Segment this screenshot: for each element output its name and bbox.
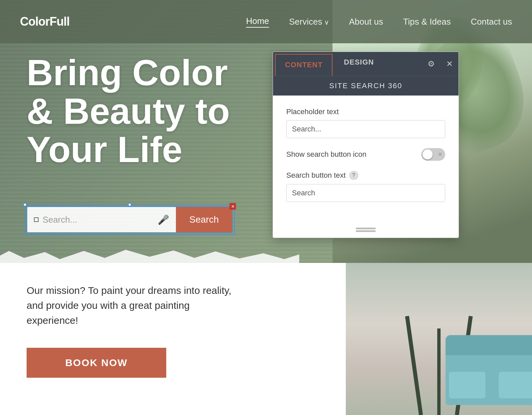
close-icon: ✕ <box>446 59 453 69</box>
main-nav: Home Services About us Tips & Ideas Cont… <box>246 16 512 28</box>
tab-content[interactable]: CONTENT <box>275 54 332 76</box>
search-bar: Search... 🎤 Search <box>27 206 233 233</box>
nav-item-about[interactable]: About us <box>349 17 383 27</box>
search-placeholder: Search... <box>43 215 154 225</box>
search-button[interactable]: Search <box>176 207 232 232</box>
panel-title: SITE SEARCH 360 <box>273 76 459 96</box>
gear-icon: ⚙ <box>428 59 435 69</box>
settings-gear-button[interactable]: ⚙ <box>422 52 440 76</box>
placeholder-label: Placeholder text <box>286 107 445 116</box>
button-text-field-section: Search button text ? <box>286 171 445 202</box>
drag-handle-decoration <box>356 227 376 233</box>
microphone-icon[interactable]: 🎤 <box>158 214 169 225</box>
easel-leg-3 <box>437 328 441 415</box>
tab-design[interactable]: DESIGN <box>334 52 383 76</box>
toggle-knob <box>423 149 433 159</box>
show-icon-row: Show search button icon ✕ <box>286 148 445 161</box>
lower-section: Our mission? To paint your dreams into r… <box>0 263 356 415</box>
placeholder-field-section: Placeholder text <box>286 107 445 138</box>
button-text-label: Search button text <box>286 171 346 180</box>
hero-title-line3: Your Life <box>27 129 183 170</box>
panel-body: Placeholder text Show search button icon… <box>273 96 459 222</box>
help-icon[interactable]: ? <box>349 171 358 180</box>
mission-text: Our mission? To paint your dreams into r… <box>27 283 239 328</box>
panel-tab-bar: CONTENT DESIGN ⚙ ✕ <box>273 52 459 76</box>
nav-item-services[interactable]: Services <box>289 17 329 27</box>
hero-title: Bring Color & Beauty to Your Life <box>27 53 259 169</box>
panel-footer <box>273 222 459 238</box>
nav-item-home[interactable]: Home <box>246 16 269 28</box>
book-now-button[interactable]: BOOK NOW <box>27 348 166 378</box>
search-checkbox[interactable] <box>34 217 39 222</box>
tab-spacer <box>383 52 422 76</box>
placeholder-input[interactable] <box>286 120 445 138</box>
hero-title-line1: Bring Color <box>27 52 228 93</box>
button-text-input[interactable] <box>286 184 445 202</box>
easel-leg-1 <box>405 316 423 415</box>
search-bar-close-button[interactable]: ✕ <box>229 203 236 210</box>
show-icon-toggle[interactable]: ✕ <box>421 148 445 161</box>
sofa-cushion-left <box>449 372 485 398</box>
hero-content: Bring Color & Beauty to Your Life <box>27 53 259 169</box>
sofa-decoration <box>446 345 532 405</box>
toggle-x-icon: ✕ <box>438 151 443 158</box>
lower-right-room-image <box>346 263 532 415</box>
search-bar-container: ✕ Search... 🎤 Search <box>27 206 233 233</box>
sofa-cushion-right <box>499 372 532 398</box>
sofa-back <box>446 335 532 355</box>
hero-title-line2: & Beauty to <box>27 91 230 131</box>
nav-item-tips[interactable]: Tips & Ideas <box>403 17 451 27</box>
site-header: ColorFull Home Services About us Tips & … <box>0 0 532 43</box>
nav-item-contact[interactable]: Contact us <box>471 17 512 27</box>
search-input-area[interactable]: Search... 🎤 <box>27 207 176 232</box>
panel-close-button[interactable]: ✕ <box>440 52 459 76</box>
show-icon-label: Show search button icon <box>286 150 366 159</box>
settings-panel: CONTENT DESIGN ⚙ ✕ SITE SEARCH 360 Place… <box>273 52 459 238</box>
site-logo: ColorFull <box>20 15 69 29</box>
